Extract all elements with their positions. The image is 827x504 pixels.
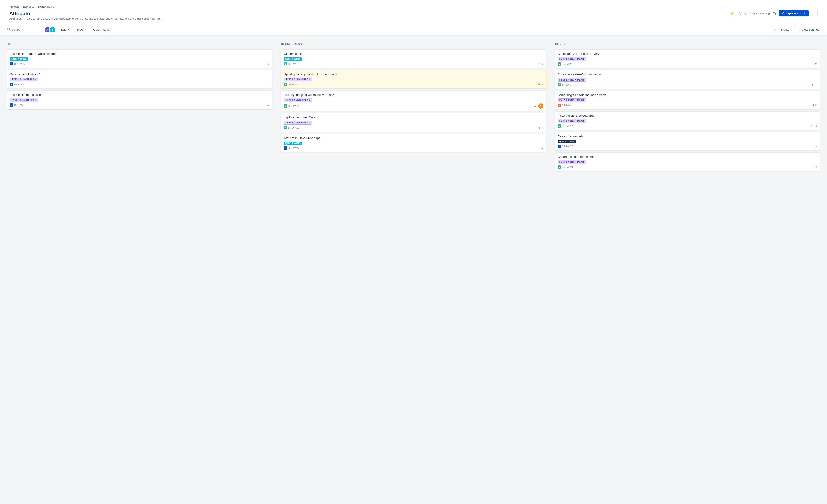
ticket-icon-c9: ▲ [558,62,561,66]
card-badge-c12: FY23 LAUNCH PLAN [558,119,586,123]
breadcrumb-projects[interactable]: Projects [9,5,19,8]
card-c3[interactable]: Taste test: Latte glassesFY23 LAUNCH PLA… [7,91,272,109]
card-badge-c6: FY23 LAUNCH PLAN [284,98,312,102]
search-input[interactable] [12,28,39,31]
card-footer-c5: ▲BREW-17⚑≡ [284,83,543,86]
toolbar-right: Insights View settings [771,26,822,33]
ticket-icon-c12: ▲ [558,124,561,128]
card-c9[interactable]: Comp. analysis—Food deliveryFY23 LAUNCH … [555,49,820,68]
card-footer-c6: ▲BREW-115▲B [284,103,543,109]
ticket-id-c11: ●BREW-4 [558,104,572,107]
card-title-c8: Taste test: Flate white cups [284,136,543,140]
card-footer-c13: ✓BREW-20≡ [558,145,817,148]
card-c6[interactable]: Journey mapping workshop w/ BeanzFY23 LA… [281,91,546,111]
card-c12[interactable]: FY23 Vision: StoryboardingFY23 LAUNCH PL… [555,111,820,130]
chevron-down-icon-c8: ⌄ [541,146,543,150]
column-inprogress: IN PROGRESS 5Content auditQUICK WINS▲BRE… [278,39,548,499]
star-button[interactable]: ☆ [737,10,742,16]
story-points-c12: 10 [811,124,814,128]
column-done: DONE 6Comp. analysis—Food deliveryFY23 L… [552,39,822,499]
card-c14[interactable]: Onboarding tour refinementsFY23 LAUNCH P… [555,152,820,171]
ticket-icon-c3: ✓ [10,103,13,107]
card-footer-c11: ●BREW-4⬆⬆ [558,104,817,107]
ticket-id-c6: ▲BREW-11 [284,104,299,108]
card-title-c2: Social content: Week 1 [10,72,269,76]
avatars-filter[interactable]: A B [44,27,56,33]
card-c10[interactable]: Comp. analysis—Custom menusFY23 LAUNCH P… [555,70,820,89]
card-footer-c10: ▲BREW-35⌄ [558,83,817,86]
card-badge-c7: FY23 LAUNCH PLAN [284,121,312,124]
card-footer-c1: ✓BREW-12≡ [10,62,269,65]
story-points-c10: 5 [812,83,813,86]
bars-icon-c12: ≡ [815,124,817,128]
ticket-icon-c8: ✓ [284,146,287,150]
ticket-id-c10: ▲BREW-3 [558,83,572,86]
breadcrumb-sep-1: / [21,5,21,8]
search-icon [7,28,10,32]
priority-chevron-up-c9: ⬆ [815,62,817,66]
card-c1[interactable]: Taste test: Round 1 (vanilla extract)QUI… [7,49,272,68]
more-options-button[interactable]: ··· [811,9,818,17]
quick-filters[interactable]: Quick filters ▼ [91,27,114,33]
card-footer-c8: ✓BREW-22⌄ [284,146,543,150]
ticket-icon-c2: ✓ [10,83,13,86]
column-header-inprogress: IN PROGRESS 5 [281,42,546,47]
bars-icon-c4: ≡ [542,62,543,65]
view-settings-button[interactable]: View settings [794,26,822,33]
card-footer-c3: ✓BREW-23⌄ [10,103,269,107]
breadcrumb-espresso[interactable]: Espresso [23,5,35,8]
breadcrumb-brew-board[interactable]: BREW board [38,5,54,8]
page-description: As a user, I'm able to jump onto the Esp… [9,17,162,23]
ticket-icon-c5: ▲ [284,83,287,86]
ticket-icon-c1: ✓ [10,62,13,65]
card-title-c9: Comp. analysis—Food delivery [558,52,817,55]
card-badge-c4: QUICK WINS [284,57,302,61]
card-badge-c13: QUICK WINS [558,140,576,143]
card-badge-c9: FY23 LAUNCH PLAN [558,57,586,61]
story-points-c14: 3 [813,166,814,168]
card-c2[interactable]: Social content: Week 1FY23 LAUNCH PLAN✓B… [7,70,272,89]
card-c5[interactable]: Update project plan with key milestonesF… [281,70,546,89]
header-actions: ⚡ ☆ 🕐 0 days remaining Complete sprint ·… [729,9,818,17]
column-todo: TO DO 3Taste test: Round 1 (vanilla extr… [5,39,275,499]
card-footer-c12: ▲BREW-1410≡ [558,124,817,128]
svg-point-2 [775,13,776,14]
ticket-id-c2: ✓BREW-5 [10,83,24,86]
svg-rect-7 [797,29,800,30]
chevron-down-icon-c2: ⌄ [267,83,269,86]
ticket-id-c5: ▲BREW-17 [284,83,299,86]
story-points-c7: 5 [539,126,540,129]
epic-filter[interactable]: Epic ▼ [58,27,72,33]
card-c7[interactable]: Explore personas: GeoffFY23 LAUNCH PLAN▲… [281,113,546,132]
card-c13[interactable]: Review banner adsQUICK WINS✓BREW-20≡ [555,132,820,151]
quick-filters-chevron: ▼ [110,28,112,31]
clock-icon: 🕐 [744,12,747,15]
svg-rect-8 [797,30,800,30]
svg-line-3 [774,12,775,12]
type-filter[interactable]: Type ▼ [74,27,89,33]
card-c8[interactable]: Taste test: Flate white cupsQUICK WINS✓B… [281,134,546,152]
card-title-c6: Journey mapping workshop w/ Beanz [284,93,543,97]
card-c11[interactable]: Something's up with the load screenFY23 … [555,91,820,109]
complete-sprint-button[interactable]: Complete sprint [779,10,809,16]
share-button[interactable] [772,10,777,16]
card-footer-c9: ▲BREW-25⬆ [558,62,817,66]
ticket-id-c3: ✓BREW-23 [10,103,26,107]
card-title-c7: Explore personas: Geoff [284,115,543,119]
ticket-id-c7: ▲BREW-10 [284,126,299,129]
ticket-icon-c7: ▲ [284,126,287,129]
ticket-icon-c4: ▲ [284,62,287,65]
search-box[interactable] [5,26,42,33]
svg-line-4 [774,13,775,14]
insights-button[interactable]: Insights [771,26,792,33]
assignee-avatar-c6: B [538,103,543,109]
card-c4[interactable]: Content auditQUICK WINS▲BREW-14≡ [281,49,546,68]
card-title-c4: Content audit [284,52,543,55]
card-title-c14: Onboarding tour refinements [558,155,817,158]
card-badge-c3: FY23 LAUNCH PLAN [10,98,38,102]
board: TO DO 3Taste test: Round 1 (vanilla extr… [0,36,827,502]
lightning-button[interactable]: ⚡ [729,10,735,16]
page-title: Affogato [9,10,162,17]
avatar-2[interactable]: B [49,27,56,33]
ticket-icon-c11: ● [558,104,561,107]
